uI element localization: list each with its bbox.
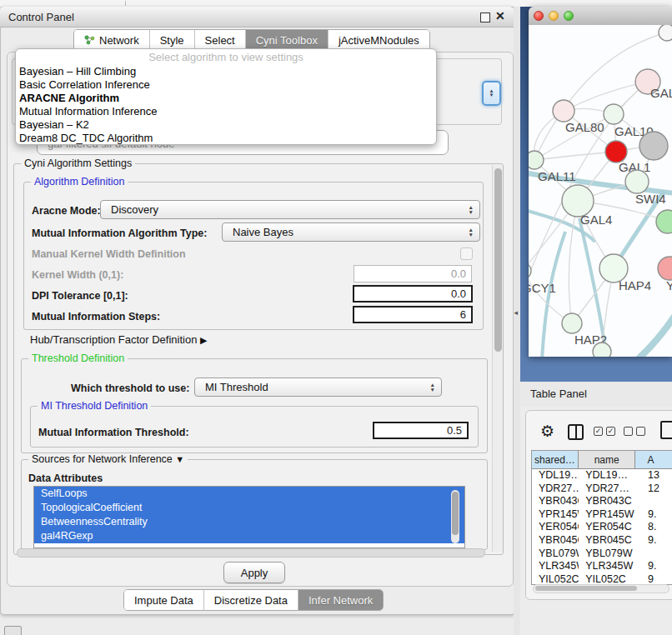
- tab-discretize-data[interactable]: Discretize Data: [204, 590, 298, 610]
- table-cell: 9.: [636, 508, 672, 522]
- table-cell: [636, 495, 672, 508]
- threshold-definition-title: Threshold Definition: [28, 352, 128, 364]
- tab-jactivemnodules-label: jActiveMNodules: [339, 34, 419, 47]
- table-row[interactable]: YLR345WYLR345W9.: [532, 560, 672, 573]
- aracne-mode-label: Aracne Mode:: [32, 205, 101, 217]
- network-node-label: GCY1: [529, 281, 556, 295]
- mi-steps-field[interactable]: 6: [353, 306, 473, 323]
- table-row[interactable]: YBL079WYBL079W: [532, 548, 672, 561]
- settings-vertical-scrollbar[interactable]: [492, 165, 503, 552]
- which-threshold-combo[interactable]: MI Threshold ▲▼: [194, 378, 442, 397]
- tab-cyni-toolbox[interactable]: Cyni Toolbox: [246, 30, 328, 50]
- table-cell: YBR043C: [532, 495, 579, 508]
- network-node-gal80[interactable]: [553, 100, 574, 122]
- algorithm-option[interactable]: Bayesian – Hill Climbing: [16, 65, 436, 78]
- network-node-y[interactable]: [658, 257, 672, 280]
- algorithm-option[interactable]: Bayesian – K2: [16, 118, 436, 132]
- column-header-third[interactable]: A: [635, 451, 672, 469]
- aracne-mode-combo[interactable]: Discovery ▲▼: [100, 200, 480, 219]
- column-header-name[interactable]: name: [579, 451, 636, 469]
- select-all-columns-icon[interactable]: ✓✓: [594, 427, 615, 436]
- algorithm-option[interactable]: Dream8 DC_TDC Algorithm: [16, 132, 436, 145]
- network-node-label: Y: [666, 278, 672, 292]
- tab-infer-network-label: Infer Network: [308, 594, 373, 607]
- table-horizontal-scrollbar[interactable]: [533, 584, 669, 593]
- data-attributes-list[interactable]: SelfLoopsTopologicalCoefficientBetweenne…: [33, 486, 465, 548]
- algorithm-option[interactable]: Mutual Information Inference: [16, 105, 436, 118]
- sources-group-title[interactable]: Sources for Network Inference ▼: [28, 453, 188, 465]
- mi-steps-label: Mutual Information Steps:: [32, 311, 160, 322]
- algorithm-option[interactable]: ARACNE Algorithm: [16, 92, 436, 105]
- table-row[interactable]: YBR045CYBR045C9.: [532, 534, 672, 548]
- column-header-shared-name[interactable]: shared…: [532, 451, 579, 469]
- tab-style[interactable]: Style: [150, 30, 195, 50]
- float-panel-icon[interactable]: [480, 12, 490, 22]
- table-cell: YIL052C: [579, 573, 636, 585]
- minimized-panel-chip[interactable]: [4, 626, 22, 635]
- kernel-width-field[interactable]: 0.0: [354, 265, 472, 282]
- network-node-hap2[interactable]: [562, 313, 582, 333]
- manual-kernel-width-checkbox[interactable]: [460, 248, 473, 260]
- table-cell: 9.: [636, 534, 672, 548]
- table-row[interactable]: YER054CYER054C8.: [532, 521, 672, 534]
- network-node[interactable]: [639, 132, 668, 160]
- deselect-all-columns-icon[interactable]: [624, 427, 645, 436]
- network-node[interactable]: [593, 342, 611, 357]
- tab-impute-data[interactable]: Impute Data: [124, 590, 204, 610]
- table-row[interactable]: YPR145WYPR145W9.: [532, 508, 672, 522]
- table-cell: 9.: [636, 560, 672, 573]
- table-row[interactable]: YDL19…YDL19…13: [532, 469, 672, 482]
- column-layout-icon[interactable]: [568, 424, 584, 440]
- network-node[interactable]: [659, 25, 672, 41]
- table-cell: YIL052C: [532, 573, 579, 585]
- algorithm-dropdown[interactable]: Select algorithm to view settings Bayesi…: [15, 48, 437, 145]
- table-cell: YBL079W: [532, 548, 579, 561]
- control-panel-titlebar[interactable]: [0, 7, 514, 28]
- network-node-label: GAL4: [580, 212, 612, 227]
- tab-infer-network[interactable]: Infer Network: [298, 590, 383, 610]
- table-row[interactable]: YIL052CYIL052C9: [532, 573, 672, 585]
- network-node-gal11[interactable]: [529, 151, 544, 169]
- sources-title-label: Sources for Network Inference: [32, 453, 173, 465]
- data-attribute-item[interactable]: gal4RGexp: [34, 529, 464, 543]
- algorithm-option[interactable]: Basic Correlation Inference: [16, 78, 436, 92]
- data-attribute-item[interactable]: BetweennessCentrality: [34, 515, 464, 529]
- apply-button[interactable]: Apply: [223, 562, 285, 583]
- close-panel-icon[interactable]: ✕: [495, 9, 505, 22]
- data-attribute-item[interactable]: TopologicalCoefficient: [34, 501, 464, 515]
- settings-scrollbar-thumb[interactable]: [494, 168, 502, 352]
- divider-collapse-arrow[interactable]: ◂: [514, 308, 519, 317]
- table-cell: YDR27…: [532, 482, 579, 496]
- table-row[interactable]: YBR043CYBR043C: [532, 495, 672, 508]
- network-node-label: GAL: [650, 86, 672, 100]
- chevron-down-icon: ▼: [175, 454, 184, 464]
- network-node-gcy1[interactable]: [529, 262, 531, 279]
- table-cell: YER054C: [532, 521, 579, 534]
- settings-horizontal-scrollbar[interactable]: [17, 548, 485, 558]
- network-node[interactable]: [656, 210, 672, 233]
- attributes-list-scrollbar[interactable]: [451, 490, 459, 543]
- dpi-tolerance-field[interactable]: 0.0: [353, 285, 473, 302]
- tab-select[interactable]: Select: [195, 30, 246, 50]
- network-window-titlebar[interactable]: [529, 7, 672, 26]
- gear-icon[interactable]: ⚙: [540, 422, 554, 441]
- table-cell: YBR045C: [532, 534, 579, 548]
- tab-network[interactable]: Network: [74, 30, 150, 50]
- algorithm-combo-arrow-button[interactable]: ▲▼: [482, 81, 501, 106]
- window-zoom-traffic-light[interactable]: [564, 11, 574, 21]
- table-cell: YBR045C: [579, 534, 636, 548]
- mi-algorithm-type-combo[interactable]: Naive Bayes ▲▼: [222, 222, 480, 242]
- tab-jactivemnodules[interactable]: jActiveMNodules: [328, 30, 429, 50]
- window-minimize-traffic-light[interactable]: [549, 11, 559, 21]
- panel-divider[interactable]: [514, 7, 520, 635]
- mi-threshold-field[interactable]: 0.5: [373, 422, 469, 439]
- new-table-icon[interactable]: [660, 421, 672, 439]
- network-node-gal10[interactable]: [604, 104, 624, 124]
- network-node-swi4[interactable]: [625, 170, 649, 193]
- hub-definition-disclosure[interactable]: Hub/Transcription Factor Definition ▶: [30, 333, 207, 346]
- table-row[interactable]: YDR27…YDR27…12: [532, 482, 672, 496]
- network-canvas[interactable]: GALGAL80GAL10GAL1GAL11SWI4GAL4GCY1HAP4YH…: [529, 25, 672, 357]
- window-close-traffic-light[interactable]: [534, 11, 544, 21]
- table-scrollbar-thumb[interactable]: [535, 586, 637, 591]
- data-attribute-item[interactable]: SelfLoops: [34, 487, 464, 501]
